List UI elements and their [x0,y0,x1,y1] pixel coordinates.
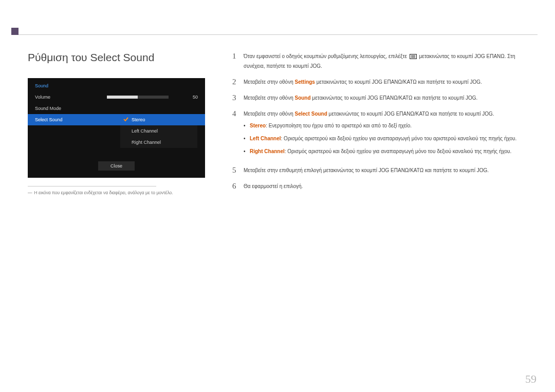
step4-text-b: μετακινώντας το κουμπί JOG ΕΠΑΝΩ/ΚΑΤΩ κα… [327,111,494,117]
keyword-selectsound: Select Sound [294,111,327,117]
step-4: 4 Μεταβείτε στην οθόνη Select Sound μετα… [232,109,529,159]
option-right-key: Right Channel [250,148,285,154]
option-right: Right Channel: Ορισμός αριστερού και δεξ… [244,146,529,156]
osd-menu-title: Sound [28,78,205,91]
step-3: 3 Μεταβείτε στην οθόνη Sound μετακινώντα… [232,93,529,103]
osd-volume-value: 50 [182,95,198,100]
right-column: 1 Όταν εμφανιστεί ο οδηγός κουμπιών ρυθμ… [232,51,529,197]
step-1: 1 Όταν εμφανιστεί ο οδηγός κουμπιών ρυθμ… [232,51,529,71]
options-list: Stereo: Ενεργοποίηση του ήχου από το αρι… [244,121,529,156]
step3-text-b: μετακινώντας το κουμπί JOG ΕΠΑΝΩ/ΚΑΤΩ κα… [311,95,478,101]
osd-volume-label: Volume [35,95,107,100]
step-body: Όταν εμφανιστεί ο οδηγός κουμπιών ρυθμιζ… [244,51,529,71]
osd-sub-stereo-label: Stereo [132,117,145,122]
step3-text-a: Μεταβείτε στην οθόνη [244,95,294,101]
header-rule [18,34,538,35]
osd-row-soundmode: Sound Mode [28,103,205,114]
option-stereo-key: Stereo [250,123,266,128]
step-number: 3 [232,93,244,103]
model-note: ―Η εικόνα που εμφανίζεται ενδέχεται να δ… [28,190,213,196]
osd-sub-right-label: Right Channel [132,140,161,145]
osd-close-button: Close [98,161,135,171]
osd-row-volume: Volume 50 [28,91,205,103]
step1-text-a: Όταν εμφανιστεί ο οδηγός κουμπιών ρυθμιζ… [244,53,409,59]
note-divider [28,186,156,186]
option-stereo: Stereo: Ενεργοποίηση του ήχου από το αρι… [244,121,529,130]
left-column: Ρύθμιση του Select Sound Sound Volume 50… [28,51,213,196]
step4-text-a: Μεταβείτε στην οθόνη [244,111,294,117]
osd-soundmode-label: Sound Mode [35,106,107,111]
osd-selectsound-label: Select Sound [35,117,107,122]
osd-panel: Sound Volume 50 Sound Mode Select Sound … [28,78,205,178]
page-number: 59 [525,372,536,386]
keyword-sound: Sound [294,95,310,101]
osd-volume-bar [107,96,182,99]
osd-sub-left: Left Channel [120,125,197,137]
option-left-key: Left Channel [250,136,281,141]
keyword-settings: Settings [294,79,314,85]
step-number: 6 [232,181,244,191]
osd-sub-right: Right Channel [120,137,197,148]
step-6: 6 Θα εφαρμοστεί η επιλογή. [232,181,529,191]
osd-submenu: Stereo Left Channel Right Channel [120,114,197,148]
step-body: Μεταβείτε στην οθόνη Sound μετακινώντας … [244,93,529,103]
step-5: 5 Μεταβείτε στην επιθυμητή επιλογή μετακ… [232,165,529,175]
osd-footer: Close [28,161,205,171]
step-2: 2 Μεταβείτε στην οθόνη Settings μετακινώ… [232,77,529,87]
step2-text-b: μετακινώντας το κουμπί JOG ΕΠΑΝΩ/ΚΑΤΩ κα… [315,79,482,85]
step-body: Μεταβείτε στην οθόνη Select Sound μετακι… [244,109,529,159]
note-dash-icon: ― [28,190,32,195]
section-title: Ρύθμιση του Select Sound [28,51,213,64]
osd-sub-left-label: Left Channel [132,128,158,134]
step-number: 2 [232,77,244,87]
check-icon [123,117,128,122]
menu-icon [410,54,417,59]
manual-page: Ρύθμιση του Select Sound Sound Volume 50… [0,0,555,392]
step-number: 4 [232,109,244,159]
step-body: Μεταβείτε στην οθόνη Settings μετακινώντ… [244,77,529,87]
step-number: 5 [232,165,244,175]
step-number: 1 [232,51,244,71]
osd-sub-stereo: Stereo [120,114,197,125]
step-body: Θα εφαρμοστεί η επιλογή. [244,181,529,191]
option-left-desc: : Ορισμός αριστερού και δεξιού ηχείου γι… [281,136,517,141]
option-right-desc: : Ορισμός αριστερού και δεξιού ηχείου γι… [285,148,511,154]
step-body: Μεταβείτε στην επιθυμητή επιλογή μετακιν… [244,165,529,175]
option-left: Left Channel: Ορισμός αριστερού και δεξι… [244,134,529,143]
corner-accent [11,28,18,35]
step2-text-a: Μεταβείτε στην οθόνη [244,79,294,85]
note-text: Η εικόνα που εμφανίζεται ενδέχεται να δι… [34,190,173,195]
option-stereo-desc: : Ενεργοποίηση του ήχου από το αριστερό … [266,123,412,128]
